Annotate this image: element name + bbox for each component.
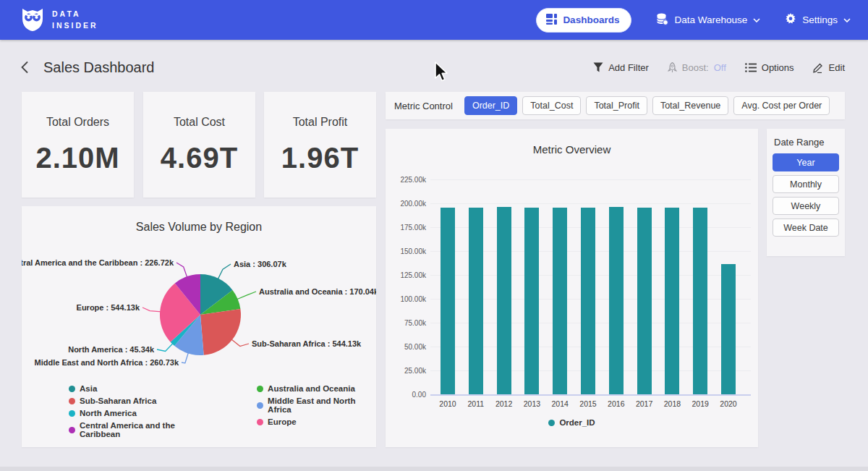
y-axis-tick: 150.00k bbox=[393, 247, 426, 255]
bar-2019[interactable] bbox=[693, 208, 707, 394]
pie-legend-item-sub-saharan-africa[interactable]: Sub-Saharan Africa bbox=[69, 396, 212, 405]
legend-item-order-id[interactable]: Order_ID bbox=[548, 418, 595, 427]
pie-legend-item-australia-and-oceania[interactable]: Australia and Oceania bbox=[257, 384, 376, 393]
date-range-option-week-date[interactable]: Week Date bbox=[773, 218, 839, 237]
y-axis-tick: 0.00 bbox=[393, 391, 426, 399]
pie-legend-item-north-america[interactable]: North America bbox=[69, 409, 212, 417]
pie-leader-line bbox=[157, 343, 174, 352]
y-axis-tick: 50.00k bbox=[393, 343, 426, 351]
pie-chart-legend: AsiaSub-Saharan AfricaNorth AmericaCentr… bbox=[69, 384, 376, 438]
pie-slice-label: Central America and the Caribbean : 226.… bbox=[22, 258, 174, 267]
nav-settings-menu[interactable]: Settings bbox=[785, 13, 851, 27]
metric-option-total-profit[interactable]: Total_Profit bbox=[586, 96, 647, 115]
metric-option-total-revenue[interactable]: Total_Revenue bbox=[652, 96, 728, 115]
kpi-value: 1.96T bbox=[281, 142, 359, 174]
bar-2011[interactable] bbox=[469, 208, 483, 394]
brand-name: DATA INSIDER bbox=[52, 9, 98, 30]
top-nav: DATA INSIDER Dashboards bbox=[0, 0, 868, 40]
nav-dashboards-label: Dashboards bbox=[563, 14, 619, 25]
pencil-icon bbox=[813, 62, 824, 73]
x-axis-tick: 2014 bbox=[546, 399, 574, 408]
pie-leader-line bbox=[218, 264, 231, 280]
metric-options: Order_IDTotal_CostTotal_ProfitTotal_Reve… bbox=[464, 96, 830, 115]
y-axis-tick: 175.00k bbox=[393, 224, 426, 232]
bottom-edge bbox=[0, 467, 868, 471]
y-axis-tick: 125.00k bbox=[393, 271, 426, 279]
metric-overview-chart: Metric Overview 225.00k200.00k175.00k150… bbox=[386, 129, 758, 447]
x-axis-tick: 2019 bbox=[686, 399, 714, 408]
add-filter-button[interactable]: Add Filter bbox=[593, 62, 649, 73]
bar-2018[interactable] bbox=[665, 208, 679, 394]
pie-slice-label: North America : 45.34k bbox=[68, 345, 155, 354]
x-axis-tick: 2017 bbox=[631, 399, 658, 408]
chevron-down-icon bbox=[753, 18, 760, 22]
bar-2014[interactable] bbox=[553, 208, 567, 394]
options-button[interactable]: Options bbox=[745, 62, 794, 73]
pie-leader-line bbox=[176, 263, 187, 278]
chevron-down-icon bbox=[843, 18, 851, 22]
bar-2012[interactable] bbox=[497, 207, 511, 394]
list-icon bbox=[745, 63, 757, 72]
back-button[interactable] bbox=[20, 61, 33, 74]
x-axis-tick: 2010 bbox=[434, 399, 461, 408]
y-axis-tick: 100.00k bbox=[393, 295, 426, 303]
nav-dashboards-button[interactable]: Dashboards bbox=[536, 8, 631, 33]
pie-legend-item-europe[interactable]: Europe bbox=[257, 417, 376, 426]
rocket-icon bbox=[668, 62, 677, 73]
date-range-option-weekly[interactable]: Weekly bbox=[773, 197, 839, 215]
bar-2020[interactable] bbox=[721, 264, 736, 394]
pie-slice-label: Asia : 306.07k bbox=[234, 260, 287, 268]
y-axis-tick: 25.00k bbox=[393, 367, 426, 375]
legend-dot bbox=[257, 402, 263, 409]
page-title: Sales Dashboard bbox=[43, 59, 154, 76]
metric-option-total-cost[interactable]: Total_Cost bbox=[522, 96, 581, 115]
date-range-option-year[interactable]: Year bbox=[773, 153, 839, 171]
metric-option-avg-cost-per-order[interactable]: Avg. Cost per Order bbox=[733, 96, 830, 115]
legend-dot bbox=[69, 410, 75, 417]
sales-volume-pie-panel: Sales Volume by Region Asia : 306.07kAus… bbox=[22, 206, 376, 447]
pie-legend-item-central-america-and-the-caribbean[interactable]: Central America and the Caribbean bbox=[69, 421, 212, 438]
bar-2015[interactable] bbox=[581, 208, 595, 394]
nav-settings-label: Settings bbox=[802, 14, 838, 25]
date-range-options: YearMonthlyWeeklyWeek Date bbox=[773, 153, 839, 237]
bar-chart-title: Metric Overview bbox=[386, 143, 758, 156]
bar-2016[interactable] bbox=[609, 207, 624, 394]
x-axis-tick: 2018 bbox=[658, 399, 686, 408]
legend-dot bbox=[548, 420, 555, 426]
x-axis-tick: 2016 bbox=[603, 399, 630, 408]
legend-dot bbox=[257, 386, 263, 392]
nav-data-warehouse-menu[interactable]: Data Warehouse bbox=[656, 13, 760, 27]
pie-legend-item-middle-east-and-north-africa[interactable]: Middle East and North Africa bbox=[257, 396, 376, 414]
pie-slice-label: Australia and Oceania : 170.04k bbox=[259, 287, 376, 296]
legend-dot bbox=[69, 427, 75, 433]
pie-slice-sub-saharan-africa[interactable] bbox=[200, 309, 241, 355]
subheader: Sales Dashboard Add Filter Boost: Off bbox=[0, 54, 868, 80]
pie-slice-label: Sub-Saharan Africa : 544.13k bbox=[252, 339, 362, 348]
dashboard-grid-icon bbox=[546, 14, 557, 27]
pie-legend-item-asia[interactable]: Asia bbox=[69, 384, 212, 393]
metric-option-order-id[interactable]: Order_ID bbox=[464, 96, 517, 115]
pie-chart: Asia : 306.07kAustralia and Oceania : 17… bbox=[22, 206, 376, 380]
bar-2017[interactable] bbox=[637, 208, 652, 394]
boost-toggle[interactable]: Boost: Off bbox=[668, 62, 726, 73]
y-axis-tick: 75.00k bbox=[393, 319, 426, 327]
kpi-value: 2.10M bbox=[35, 142, 119, 174]
metric-control-label: Metric Control bbox=[394, 101, 453, 111]
edit-button[interactable]: Edit bbox=[813, 62, 845, 73]
legend-dot bbox=[257, 419, 263, 425]
pie-leader-line bbox=[142, 307, 161, 312]
pie-leader-line bbox=[237, 292, 256, 300]
kpi-card-total-orders: Total Orders 2.10M bbox=[22, 92, 134, 198]
boost-status: Off bbox=[714, 62, 726, 73]
date-range-option-monthly[interactable]: Monthly bbox=[773, 175, 839, 193]
brand[interactable]: DATA INSIDER bbox=[20, 6, 98, 35]
kpi-label: Total Profit bbox=[293, 116, 348, 129]
bar-2010[interactable] bbox=[441, 208, 455, 394]
database-icon bbox=[656, 13, 668, 27]
pie-leader-line bbox=[182, 352, 189, 363]
bar-2013[interactable] bbox=[524, 208, 539, 394]
x-axis-tick: 2012 bbox=[490, 399, 518, 408]
y-axis-tick: 200.00k bbox=[393, 200, 426, 208]
bar-chart-legend: Order_ID bbox=[386, 418, 758, 427]
gridline bbox=[430, 394, 751, 396]
